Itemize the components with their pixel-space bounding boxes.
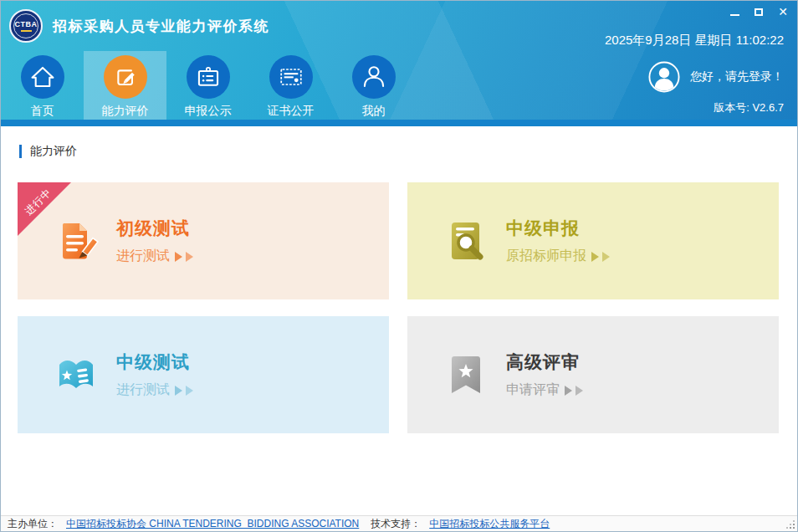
section-accent-bar	[19, 145, 22, 158]
badge-icon	[187, 55, 230, 99]
card-subtitle: 申请评审	[506, 381, 560, 399]
titlebar: CTBA 招标采购人员专业能力评价系统 ✕ 2025年9月28日 星期日 11:…	[1, 1, 797, 51]
version-label: 版本号: V2.6.7	[714, 100, 784, 115]
logo-dash	[21, 30, 32, 32]
card-title: 中级申报	[506, 217, 610, 240]
open-book-icon	[53, 351, 100, 398]
play-arrow-icon	[186, 386, 193, 396]
card-subtitle: 进行测试	[116, 248, 170, 265]
nav-item-declaration-publicity[interactable]: 申报公示	[166, 51, 249, 120]
login-greeting[interactable]: 您好，请先登录！	[690, 69, 784, 84]
user-icon	[352, 55, 396, 99]
card-action-link[interactable]: 原招标师申报	[506, 248, 610, 265]
app-title: 招标采购人员专业能力评价系统	[53, 17, 269, 36]
play-arrow-icon	[575, 386, 583, 396]
app-window: CTBA 招标采购人员专业能力评价系统 ✕ 2025年9月28日 星期日 11:…	[0, 0, 798, 532]
organizer-label: 主办单位：	[8, 517, 58, 531]
card-action-link[interactable]: 申请评审	[506, 381, 583, 399]
play-arrow-icon	[175, 386, 182, 396]
card-text: 初级测试 进行测试	[116, 217, 193, 265]
nav-item-ability-evaluation[interactable]: 能力评价	[84, 51, 166, 120]
bookmark-icon	[442, 351, 489, 398]
certificate-icon	[269, 55, 313, 99]
minimize-button[interactable]	[729, 6, 740, 18]
app-logo: CTBA	[9, 9, 43, 43]
login-area[interactable]: 您好，请先登录！	[648, 61, 784, 93]
edit-icon	[104, 55, 147, 99]
datetime-display: 2025年9月28日 星期日 11:02:22	[605, 33, 784, 49]
play-arrow-icon	[175, 252, 182, 262]
card-text: 中级申报 原招标师申报	[506, 217, 610, 265]
card-title: 中级测试	[116, 350, 193, 374]
resize-grip[interactable]	[785, 519, 795, 529]
support-label: 技术支持：	[371, 517, 421, 531]
play-arrow-icon	[565, 386, 572, 396]
card-title: 高级评审	[506, 350, 583, 374]
card-text: 中级测试 进行测试	[116, 350, 193, 399]
play-arrow-icon	[591, 252, 599, 262]
avatar-icon	[648, 61, 680, 93]
main-content: 能力评价 进行中	[1, 126, 797, 517]
nav-item-label: 能力评价	[102, 104, 149, 119]
logo-text: CTBA	[15, 21, 38, 28]
home-icon	[21, 55, 64, 99]
nav-item-mine[interactable]: 我的	[332, 51, 415, 120]
play-arrow-icon	[602, 252, 610, 262]
card-title: 初级测试	[116, 217, 193, 240]
card-subtitle: 进行测试	[116, 381, 170, 399]
organizer-link[interactable]: 中国招标投标协会 CHINA TENDERING BIDDING ASSOCIA…	[66, 517, 359, 531]
section-title: 能力评价	[30, 144, 77, 159]
maximize-button[interactable]	[753, 6, 765, 18]
nav-item-certificate-public[interactable]: 证书公开	[249, 51, 332, 120]
nav-item-label: 申报公示	[185, 104, 232, 119]
nav-item-label: 首页	[31, 104, 54, 119]
card-text: 高级评审 申请评审	[506, 350, 583, 399]
document-magnifier-icon	[442, 217, 489, 264]
window-controls: ✕	[729, 5, 789, 18]
header-bottom-bar	[1, 120, 797, 126]
card-junior-test[interactable]: 进行中 初级测试 进行测试	[18, 182, 389, 299]
status-bar: 主办单位： 中国招标投标协会 CHINA TENDERING BIDDING A…	[1, 515, 797, 531]
close-button[interactable]: ✕	[777, 6, 789, 18]
card-intermediate-declaration[interactable]: 中级申报 原招标师申报	[407, 182, 779, 299]
section-header: 能力评价	[19, 144, 797, 159]
support-link[interactable]: 中国招标投标公共服务平台	[429, 517, 550, 531]
main-nav: 首页 能力评价	[1, 51, 415, 120]
card-senior-review[interactable]: 高级评审 申请评审	[407, 316, 779, 433]
nav-item-label: 证书公开	[268, 104, 315, 119]
card-action-link[interactable]: 进行测试	[116, 248, 193, 265]
play-arrow-icon	[186, 252, 193, 262]
card-grid: 进行中 初级测试 进行测试	[1, 182, 797, 433]
card-intermediate-test[interactable]: 中级测试 进行测试	[18, 316, 389, 433]
header: CTBA 招标采购人员专业能力评价系统 ✕ 2025年9月28日 星期日 11:…	[1, 1, 797, 126]
nav-item-home[interactable]: 首页	[1, 51, 84, 120]
card-action-link[interactable]: 进行测试	[116, 381, 193, 399]
nav-item-label: 我的	[362, 104, 386, 119]
card-subtitle: 原招标师申报	[506, 248, 586, 265]
